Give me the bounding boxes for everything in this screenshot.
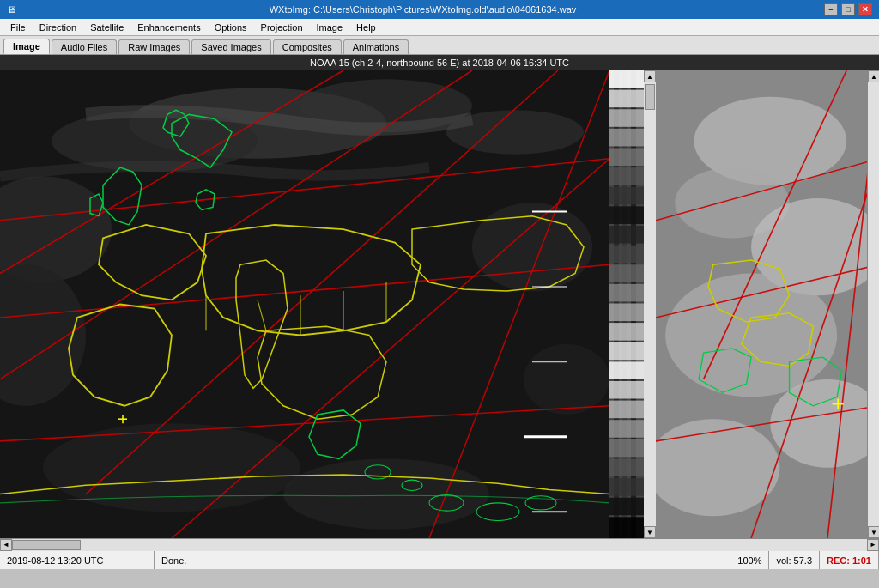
svg-rect-51 [609, 264, 644, 282]
svg-rect-44 [609, 129, 644, 147]
scroll-up-arrow-right[interactable]: ▲ [868, 70, 879, 82]
svg-rect-54 [609, 323, 644, 341]
svg-point-9 [524, 344, 609, 415]
scroll-up-arrow[interactable]: ▲ [644, 70, 656, 82]
tab-image[interactable]: Image [3, 39, 50, 54]
right-panel: ▲ ▼ [656, 70, 879, 538]
menu-item-direction[interactable]: Direction [33, 21, 83, 34]
menu-item-enhancements[interactable]: Enhancements [130, 21, 207, 34]
tab-composites[interactable]: Composites [273, 39, 342, 54]
svg-rect-55 [609, 342, 644, 361]
right-panel-svg [656, 70, 879, 538]
close-button[interactable]: ✕ [858, 3, 872, 15]
right-side-scrollbar[interactable]: ▲ ▼ [644, 70, 656, 538]
svg-rect-58 [609, 401, 644, 419]
menu-item-image[interactable]: Image [310, 21, 350, 34]
tab-saved-images[interactable]: Saved Images [191, 39, 270, 54]
svg-rect-45 [609, 148, 644, 166]
status-text: Done. [155, 551, 730, 569]
minimize-button[interactable]: − [824, 3, 838, 15]
tab-animations[interactable]: Animations [343, 39, 409, 54]
svg-rect-57 [609, 381, 644, 399]
scroll-track-right [868, 82, 879, 526]
svg-rect-52 [609, 284, 644, 302]
tabsbar: ImageAudio FilesRaw ImagesSaved ImagesCo… [0, 36, 879, 55]
status-datetime: 2019-08-12 13:20 UTC [0, 551, 155, 569]
image-title: NOAA 15 (ch 2-4, northbound 56 E) at 201… [0, 55, 879, 70]
titlebar-controls: − □ ✕ [824, 3, 872, 15]
menu-item-file[interactable]: File [3, 21, 33, 34]
svg-rect-59 [609, 420, 644, 438]
tab-raw-images[interactable]: Raw Images [118, 39, 190, 54]
scroll-track-vertical [644, 82, 656, 526]
menu-item-options[interactable]: Options [208, 21, 254, 34]
menu-item-projection[interactable]: Projection [254, 21, 310, 34]
svg-point-11 [283, 458, 489, 529]
svg-rect-63 [609, 498, 644, 516]
svg-rect-47 [609, 187, 644, 205]
satellite-svg [0, 70, 609, 538]
svg-rect-43 [609, 109, 644, 127]
svg-rect-53 [609, 303, 644, 321]
status-rec: REC: 1:01 [820, 551, 879, 569]
right-panel-scrollbar[interactable]: ▲ ▼ [867, 70, 879, 538]
svg-rect-41 [609, 70, 644, 88]
scroll-right-arrow[interactable]: ► [867, 539, 879, 551]
scroll-down-arrow[interactable]: ▼ [644, 526, 656, 538]
titlebar-title: WXtoImg: C:\Users\Christoph\Pictures\WXt… [270, 4, 577, 15]
scroll-thumb-horizontal[interactable] [12, 540, 81, 550]
svg-rect-48 [609, 206, 644, 224]
main-image[interactable] [0, 70, 609, 538]
bottom-scrollbar[interactable]: ◄ ► [0, 538, 879, 550]
svg-rect-64 [609, 517, 644, 538]
statusbar: 2019-08-12 13:20 UTC Done. 100% vol: 57.… [0, 550, 879, 569]
menu-item-help[interactable]: Help [349, 21, 383, 34]
svg-rect-50 [609, 246, 644, 264]
scroll-track-horizontal [12, 539, 867, 551]
maximize-button[interactable]: □ [841, 3, 855, 15]
status-zoom: 100% [730, 551, 769, 569]
svg-rect-46 [609, 167, 644, 185]
menubar: FileDirectionSatelliteEnhancementsOption… [0, 19, 879, 36]
menu-item-satellite[interactable]: Satellite [83, 21, 130, 34]
svg-rect-56 [609, 361, 644, 379]
scroll-thumb-vertical[interactable] [645, 84, 655, 110]
svg-rect-49 [609, 226, 644, 244]
svg-rect-42 [609, 90, 644, 108]
calibration-strip [609, 70, 644, 538]
main-area: NOAA 15 (ch 2-4, northbound 56 E) at 201… [0, 55, 879, 550]
scroll-left-arrow[interactable]: ◄ [0, 539, 12, 551]
titlebar: 🖥 WXtoImg: C:\Users\Christoph\Pictures\W… [0, 0, 879, 19]
status-vol: vol: 57.3 [769, 551, 820, 569]
content-row: ▲ ▼ [0, 70, 879, 538]
scroll-down-arrow-right[interactable]: ▼ [868, 526, 879, 538]
svg-rect-60 [609, 439, 644, 458]
tab-audio-files[interactable]: Audio Files [52, 39, 117, 54]
app-icon: 🖥 [7, 4, 16, 15]
svg-rect-61 [609, 458, 644, 476]
cal-svg [609, 70, 644, 538]
svg-rect-62 [609, 478, 644, 496]
